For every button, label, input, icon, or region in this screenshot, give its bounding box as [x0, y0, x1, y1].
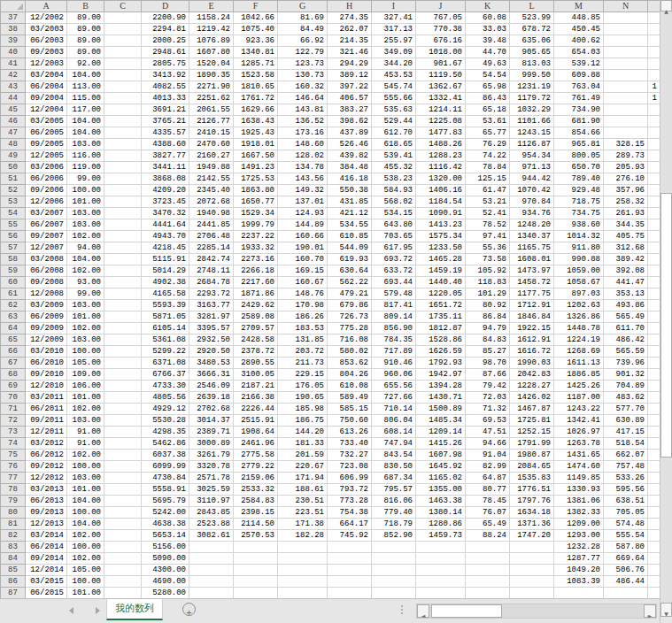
- cell-O49[interactable]: [648, 150, 660, 162]
- cell-E87[interactable]: [189, 588, 234, 599]
- cell-A55[interactable]: 06/2007: [26, 219, 67, 231]
- cell-F71[interactable]: 2226.44: [234, 404, 278, 415]
- cell-H38[interactable]: 262.07: [328, 24, 372, 35]
- cell-H68[interactable]: 804.26: [328, 369, 372, 381]
- cell-I38[interactable]: 317.13: [372, 24, 416, 35]
- cell-E84[interactable]: [189, 553, 234, 565]
- cell-F76[interactable]: 2779.22: [234, 461, 278, 473]
- cell-A58[interactable]: 03/2008: [26, 254, 67, 265]
- cell-L63[interactable]: 1846.84: [510, 312, 554, 323]
- cell-A47[interactable]: 06/2005: [26, 127, 67, 139]
- cell-M75[interactable]: 1431.65: [554, 450, 604, 461]
- cell-H58[interactable]: 619.93: [328, 254, 372, 265]
- cell-F43[interactable]: 1810.65: [234, 81, 278, 93]
- cell-E77[interactable]: 2571.78: [189, 473, 234, 484]
- cell-M67[interactable]: 1611.13: [554, 358, 604, 369]
- cell-I47[interactable]: 612.70: [372, 127, 416, 139]
- cell-F46[interactable]: 1638.43: [234, 116, 278, 127]
- cell-H53[interactable]: 431.85: [328, 196, 372, 208]
- cell-M77[interactable]: 1149.85: [554, 473, 604, 484]
- cell-B50[interactable]: 119.00: [67, 162, 104, 173]
- cell-J79[interactable]: 1463.38: [416, 496, 466, 507]
- cell-H66[interactable]: 580.02: [328, 346, 372, 358]
- cell-C42[interactable]: [104, 70, 142, 81]
- cell-M81[interactable]: 1209.00: [554, 519, 604, 530]
- row-header-73[interactable]: 73: [1, 427, 26, 438]
- cell-A62[interactable]: 03/2009: [26, 300, 67, 312]
- cell-K65[interactable]: 84.83: [466, 335, 510, 346]
- cell-F68[interactable]: 3100.05: [234, 369, 278, 381]
- cell-I73[interactable]: 608.14: [372, 427, 416, 438]
- cell-C52[interactable]: [104, 185, 142, 196]
- cell-A52[interactable]: 09/2006: [26, 185, 67, 196]
- cell-N57[interactable]: 312.68: [604, 242, 648, 254]
- cell-O48[interactable]: [648, 139, 660, 150]
- scroll-up-button[interactable]: ▲: [660, 0, 672, 12]
- cell-D77[interactable]: 4730.84: [142, 473, 189, 484]
- cell-H63[interactable]: 726.73: [328, 312, 372, 323]
- cell-C37[interactable]: [104, 12, 142, 24]
- cell-H51[interactable]: 416.18: [328, 173, 372, 185]
- cell-H78[interactable]: 793.72: [328, 484, 372, 496]
- cell-C41[interactable]: [104, 58, 142, 70]
- cell-B70[interactable]: 101.00: [67, 392, 104, 404]
- cell-L78[interactable]: 1776.51: [510, 484, 554, 496]
- cell-G79[interactable]: 230.51: [278, 496, 328, 507]
- cell-F78[interactable]: 2533.32: [234, 484, 278, 496]
- cell-I87[interactable]: [372, 588, 416, 599]
- cell-E40[interactable]: 1607.80: [189, 47, 234, 58]
- cell-F42[interactable]: 1523.58: [234, 70, 278, 81]
- cell-A82[interactable]: 03/2014: [26, 530, 67, 542]
- cell-I65[interactable]: 784.35: [372, 335, 416, 346]
- cell-C62[interactable]: [104, 300, 142, 312]
- cell-H62[interactable]: 679.86: [328, 300, 372, 312]
- cell-G39[interactable]: 66.92: [278, 35, 328, 47]
- cell-M47[interactable]: 854.66: [554, 127, 604, 139]
- row-header-64[interactable]: 64: [1, 323, 26, 335]
- cell-K53[interactable]: 53.21: [466, 196, 510, 208]
- cell-E57[interactable]: 2285.14: [189, 242, 234, 254]
- cell-G38[interactable]: 84.49: [278, 24, 328, 35]
- cell-H73[interactable]: 613.26: [328, 427, 372, 438]
- cell-I56[interactable]: 703.65: [372, 231, 416, 242]
- cell-J51[interactable]: 1320.00: [416, 173, 466, 185]
- row-header-86[interactable]: 86: [1, 576, 26, 588]
- cell-A56[interactable]: 09/2007: [26, 231, 67, 242]
- cell-B76[interactable]: 100.00: [67, 461, 104, 473]
- cell-B57[interactable]: 94.00: [67, 242, 104, 254]
- row-header-41[interactable]: 41: [1, 58, 26, 70]
- cell-A40[interactable]: 09/2003: [26, 47, 67, 58]
- cell-L60[interactable]: 1458.72: [510, 277, 554, 288]
- cell-E50[interactable]: 1949.88: [189, 162, 234, 173]
- column-header-B[interactable]: B: [67, 1, 104, 12]
- cell-C59[interactable]: [104, 265, 142, 277]
- cell-B58[interactable]: 104.00: [67, 254, 104, 265]
- add-sheet-button[interactable]: +: [182, 603, 196, 616]
- cell-E81[interactable]: 2523.88: [189, 519, 234, 530]
- cell-K87[interactable]: [466, 588, 510, 599]
- cell-N83[interactable]: 587.80: [604, 542, 648, 553]
- cell-I80[interactable]: 779.40: [372, 507, 416, 519]
- cell-O69[interactable]: [648, 381, 660, 392]
- cell-L75[interactable]: 1980.87: [510, 450, 554, 461]
- cell-N46[interactable]: [604, 116, 648, 127]
- cell-C73[interactable]: [104, 427, 142, 438]
- cell-F41[interactable]: 1285.71: [234, 58, 278, 70]
- cell-G43[interactable]: 160.32: [278, 81, 328, 93]
- cell-B74[interactable]: 91.00: [67, 438, 104, 450]
- cell-B54[interactable]: 103.00: [67, 208, 104, 219]
- cell-L43[interactable]: 1231.19: [510, 81, 554, 93]
- cell-B75[interactable]: 102.00: [67, 450, 104, 461]
- cell-J46[interactable]: 1225.08: [416, 116, 466, 127]
- cell-C66[interactable]: [104, 346, 142, 358]
- cell-B59[interactable]: 102.00: [67, 265, 104, 277]
- cell-M83[interactable]: 1232.28: [554, 542, 604, 553]
- cell-A74[interactable]: 03/2012: [26, 438, 67, 450]
- cell-A49[interactable]: 12/2005: [26, 150, 67, 162]
- cell-D87[interactable]: 5280.00: [142, 588, 189, 599]
- cell-D55[interactable]: 4441.64: [142, 219, 189, 231]
- cell-J83[interactable]: [416, 542, 466, 553]
- cell-A76[interactable]: 09/2012: [26, 461, 67, 473]
- cell-N70[interactable]: 483.62: [604, 392, 648, 404]
- cell-J81[interactable]: 1280.86: [416, 519, 466, 530]
